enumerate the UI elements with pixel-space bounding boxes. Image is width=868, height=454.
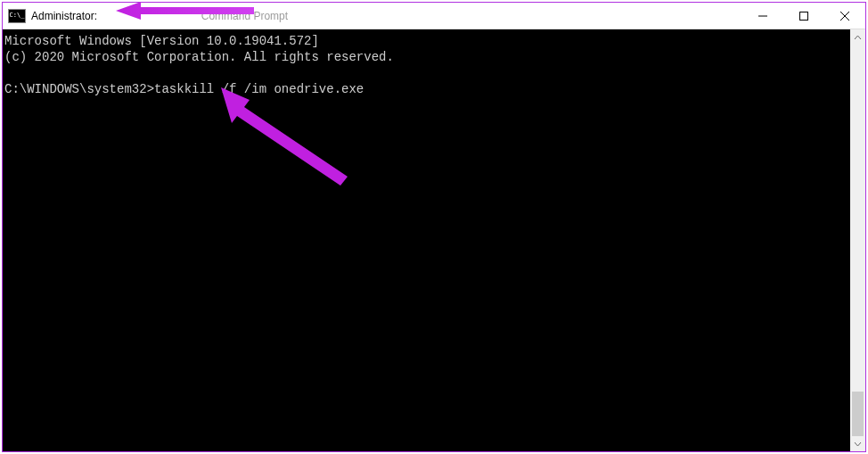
window-title: Administrator: Command Prompt: [31, 10, 288, 22]
titlebar[interactable]: Administrator: Command Prompt: [3, 3, 865, 29]
scroll-down-button[interactable]: [850, 436, 865, 451]
command-prompt-window: Administrator: Command Prompt Microsoft …: [2, 2, 866, 452]
scroll-thumb[interactable]: [852, 392, 864, 436]
svg-rect-1: [800, 12, 808, 20]
scroll-up-button[interactable]: [850, 29, 865, 45]
vertical-scrollbar[interactable]: [850, 29, 865, 451]
terminal-line: Microsoft Windows [Version 10.0.19041.57…: [4, 34, 319, 48]
chevron-down-icon: [854, 442, 862, 447]
terminal-content: Microsoft Windows [Version 10.0.19041.57…: [3, 29, 865, 101]
close-icon: [840, 12, 849, 21]
terminal-command: taskkill /f /im onedrive.exe: [154, 82, 364, 96]
chevron-up-icon: [854, 35, 862, 40]
maximize-icon: [799, 12, 808, 21]
maximize-button[interactable]: [783, 3, 824, 29]
title-left: Administrator: Command Prompt: [3, 9, 288, 23]
close-button[interactable]: [824, 3, 865, 29]
terminal-line: (c) 2020 Microsoft Corporation. All righ…: [4, 50, 394, 64]
terminal-prompt: C:\WINDOWS\system32>: [4, 82, 154, 96]
window-controls: [742, 3, 865, 29]
minimize-button[interactable]: [742, 3, 783, 29]
terminal-area[interactable]: Microsoft Windows [Version 10.0.19041.57…: [3, 29, 865, 451]
minimize-icon: [758, 12, 767, 21]
cmd-icon: [8, 9, 26, 23]
scroll-track[interactable]: [850, 45, 865, 436]
